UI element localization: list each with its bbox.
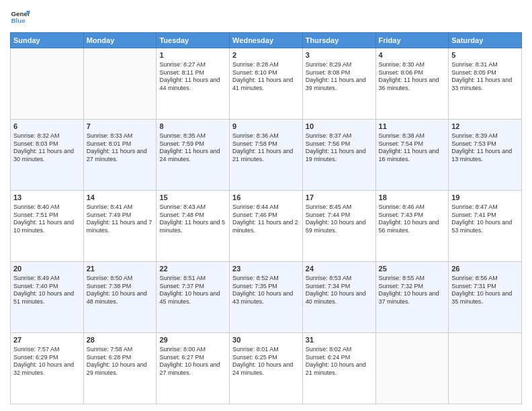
calendar-cell: 25Sunrise: 8:55 AM Sunset: 7:32 PM Dayli… <box>375 262 449 333</box>
calendar-cell <box>83 48 157 120</box>
calendar-cell: 2Sunrise: 8:28 AM Sunset: 8:10 PM Daylig… <box>230 48 303 120</box>
day-number: 10 <box>306 122 373 132</box>
calendar-cell: 22Sunrise: 8:51 AM Sunset: 7:37 PM Dayli… <box>157 262 230 333</box>
calendar-header-row: SundayMondayTuesdayWednesdayThursdayFrid… <box>11 33 522 48</box>
calendar-table: SundayMondayTuesdayWednesdayThursdayFrid… <box>10 32 522 404</box>
calendar-week-2: 6Sunrise: 8:32 AM Sunset: 8:03 PM Daylig… <box>11 120 522 191</box>
calendar-header-tuesday: Tuesday <box>157 33 230 48</box>
cell-info: Sunrise: 8:00 AM Sunset: 6:27 PM Dayligh… <box>159 346 226 377</box>
cell-info: Sunrise: 8:39 AM Sunset: 7:53 PM Dayligh… <box>451 132 519 164</box>
day-number: 16 <box>232 193 300 203</box>
calendar-header-saturday: Saturday <box>449 33 522 48</box>
calendar-cell: 14Sunrise: 8:41 AM Sunset: 7:49 PM Dayli… <box>83 191 157 262</box>
day-number: 28 <box>87 335 154 345</box>
day-number: 11 <box>379 122 446 132</box>
cell-info: Sunrise: 8:30 AM Sunset: 8:06 PM Dayligh… <box>379 61 446 93</box>
cell-info: Sunrise: 8:36 AM Sunset: 7:58 PM Dayligh… <box>232 132 300 164</box>
calendar-cell: 7Sunrise: 8:33 AM Sunset: 8:01 PM Daylig… <box>83 120 157 191</box>
cell-info: Sunrise: 8:01 AM Sunset: 6:25 PM Dayligh… <box>232 346 300 377</box>
day-number: 4 <box>379 50 446 60</box>
cell-info: Sunrise: 8:37 AM Sunset: 7:56 PM Dayligh… <box>306 132 373 164</box>
calendar-cell: 20Sunrise: 8:49 AM Sunset: 7:40 PM Dayli… <box>11 262 84 333</box>
cell-info: Sunrise: 8:56 AM Sunset: 7:31 PM Dayligh… <box>451 275 519 306</box>
day-number: 29 <box>159 335 226 345</box>
calendar-cell: 18Sunrise: 8:46 AM Sunset: 7:43 PM Dayli… <box>375 191 449 262</box>
cell-info: Sunrise: 8:41 AM Sunset: 7:49 PM Dayligh… <box>87 203 154 235</box>
day-number: 15 <box>159 193 226 203</box>
day-number: 5 <box>451 50 519 60</box>
cell-info: Sunrise: 8:55 AM Sunset: 7:32 PM Dayligh… <box>379 275 446 306</box>
day-number: 27 <box>13 335 81 345</box>
calendar-header-wednesday: Wednesday <box>230 33 303 48</box>
calendar-cell: 9Sunrise: 8:36 AM Sunset: 7:58 PM Daylig… <box>230 120 303 191</box>
day-number: 25 <box>379 264 446 274</box>
calendar-cell: 12Sunrise: 8:39 AM Sunset: 7:53 PM Dayli… <box>449 120 522 191</box>
calendar-cell <box>11 48 84 120</box>
cell-info: Sunrise: 7:57 AM Sunset: 6:29 PM Dayligh… <box>13 346 81 377</box>
cell-info: Sunrise: 8:47 AM Sunset: 7:41 PM Dayligh… <box>451 203 519 235</box>
day-number: 3 <box>306 50 373 60</box>
calendar-cell: 4Sunrise: 8:30 AM Sunset: 8:06 PM Daylig… <box>375 48 449 120</box>
calendar-cell: 30Sunrise: 8:01 AM Sunset: 6:25 PM Dayli… <box>230 333 303 404</box>
cell-info: Sunrise: 7:58 AM Sunset: 6:28 PM Dayligh… <box>87 346 154 377</box>
calendar-cell: 10Sunrise: 8:37 AM Sunset: 7:56 PM Dayli… <box>302 120 375 191</box>
cell-info: Sunrise: 8:45 AM Sunset: 7:44 PM Dayligh… <box>306 203 373 235</box>
day-number: 31 <box>306 335 373 345</box>
cell-info: Sunrise: 8:29 AM Sunset: 8:08 PM Dayligh… <box>306 61 373 93</box>
cell-info: Sunrise: 8:49 AM Sunset: 7:40 PM Dayligh… <box>13 275 81 306</box>
day-number: 23 <box>232 264 300 274</box>
calendar-cell: 28Sunrise: 7:58 AM Sunset: 6:28 PM Dayli… <box>83 333 157 404</box>
cell-info: Sunrise: 8:02 AM Sunset: 6:24 PM Dayligh… <box>306 346 373 377</box>
calendar-cell: 21Sunrise: 8:50 AM Sunset: 7:38 PM Dayli… <box>83 262 157 333</box>
calendar-cell: 5Sunrise: 8:31 AM Sunset: 8:05 PM Daylig… <box>449 48 522 120</box>
calendar-week-3: 13Sunrise: 8:40 AM Sunset: 7:51 PM Dayli… <box>11 191 522 262</box>
logo-icon: General Blue <box>10 7 30 27</box>
cell-info: Sunrise: 8:44 AM Sunset: 7:46 PM Dayligh… <box>232 203 300 235</box>
cell-info: Sunrise: 8:40 AM Sunset: 7:51 PM Dayligh… <box>13 203 81 235</box>
day-number: 26 <box>451 264 519 274</box>
day-number: 17 <box>306 193 373 203</box>
cell-info: Sunrise: 8:43 AM Sunset: 7:48 PM Dayligh… <box>159 203 226 235</box>
calendar-cell: 13Sunrise: 8:40 AM Sunset: 7:51 PM Dayli… <box>11 191 84 262</box>
day-number: 24 <box>306 264 373 274</box>
cell-info: Sunrise: 8:32 AM Sunset: 8:03 PM Dayligh… <box>13 132 81 164</box>
calendar-header-thursday: Thursday <box>302 33 375 48</box>
cell-info: Sunrise: 8:35 AM Sunset: 7:59 PM Dayligh… <box>159 132 226 164</box>
calendar-cell: 8Sunrise: 8:35 AM Sunset: 7:59 PM Daylig… <box>157 120 230 191</box>
day-number: 2 <box>232 50 300 60</box>
calendar-cell <box>375 333 449 404</box>
day-number: 13 <box>13 193 81 203</box>
svg-text:Blue: Blue <box>11 17 26 24</box>
cell-info: Sunrise: 8:38 AM Sunset: 7:54 PM Dayligh… <box>379 132 446 164</box>
calendar-week-4: 20Sunrise: 8:49 AM Sunset: 7:40 PM Dayli… <box>11 262 522 333</box>
day-number: 22 <box>159 264 226 274</box>
cell-info: Sunrise: 8:31 AM Sunset: 8:05 PM Dayligh… <box>451 61 519 93</box>
cell-info: Sunrise: 8:52 AM Sunset: 7:35 PM Dayligh… <box>232 275 300 306</box>
day-number: 1 <box>159 50 226 60</box>
calendar-cell: 6Sunrise: 8:32 AM Sunset: 8:03 PM Daylig… <box>11 120 84 191</box>
calendar-week-5: 27Sunrise: 7:57 AM Sunset: 6:29 PM Dayli… <box>11 333 522 404</box>
calendar-cell: 26Sunrise: 8:56 AM Sunset: 7:31 PM Dayli… <box>449 262 522 333</box>
calendar-cell: 3Sunrise: 8:29 AM Sunset: 8:08 PM Daylig… <box>302 48 375 120</box>
cell-info: Sunrise: 8:33 AM Sunset: 8:01 PM Dayligh… <box>87 132 154 164</box>
calendar-cell: 31Sunrise: 8:02 AM Sunset: 6:24 PM Dayli… <box>302 333 375 404</box>
calendar-header-sunday: Sunday <box>11 33 84 48</box>
calendar-cell: 24Sunrise: 8:53 AM Sunset: 7:34 PM Dayli… <box>302 262 375 333</box>
calendar-week-1: 1Sunrise: 8:27 AM Sunset: 8:11 PM Daylig… <box>11 48 522 120</box>
day-number: 18 <box>379 193 446 203</box>
day-number: 19 <box>451 193 519 203</box>
day-number: 6 <box>13 122 81 132</box>
calendar-header-monday: Monday <box>83 33 157 48</box>
calendar-cell: 17Sunrise: 8:45 AM Sunset: 7:44 PM Dayli… <box>302 191 375 262</box>
calendar-cell: 1Sunrise: 8:27 AM Sunset: 8:11 PM Daylig… <box>157 48 230 120</box>
day-number: 8 <box>159 122 226 132</box>
day-number: 21 <box>87 264 154 274</box>
cell-info: Sunrise: 8:27 AM Sunset: 8:11 PM Dayligh… <box>159 61 226 93</box>
calendar-cell: 15Sunrise: 8:43 AM Sunset: 7:48 PM Dayli… <box>157 191 230 262</box>
cell-info: Sunrise: 8:50 AM Sunset: 7:38 PM Dayligh… <box>87 275 154 306</box>
day-number: 12 <box>451 122 519 132</box>
cell-info: Sunrise: 8:51 AM Sunset: 7:37 PM Dayligh… <box>159 275 226 306</box>
day-number: 20 <box>13 264 81 274</box>
cell-info: Sunrise: 8:53 AM Sunset: 7:34 PM Dayligh… <box>306 275 373 306</box>
calendar-cell: 11Sunrise: 8:38 AM Sunset: 7:54 PM Dayli… <box>375 120 449 191</box>
